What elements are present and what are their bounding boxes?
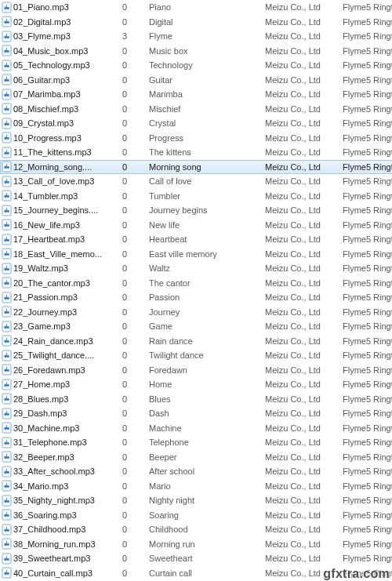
filename-cell[interactable]: 17_Heartbeat.mp3 xyxy=(0,232,119,247)
rating-cell[interactable]: 0 xyxy=(119,479,149,494)
artist-cell[interactable]: Meizu Co., Ltd xyxy=(265,73,343,88)
artist-cell[interactable]: Meizu Co., Ltd xyxy=(265,145,343,160)
artist-cell[interactable]: Meizu Co., Ltd xyxy=(265,0,343,15)
table-row[interactable]: 05_Technology.mp30TechnologyMeizu Co., L… xyxy=(0,58,392,73)
album-cell[interactable]: Flyme5 Ringtones xyxy=(343,15,392,30)
title-cell[interactable]: Foredawn xyxy=(149,363,265,378)
rating-cell[interactable]: 0 xyxy=(119,392,149,407)
rating-cell[interactable]: 0 xyxy=(119,334,149,349)
title-cell[interactable]: After school xyxy=(149,464,265,479)
table-row[interactable]: 39_Sweetheart.mp30SweetheartMeizu Co., L… xyxy=(0,551,392,566)
table-row[interactable]: 23_Game.mp30GameMeizu Co., LtdFlyme5 Rin… xyxy=(0,319,392,334)
artist-cell[interactable]: Meizu Co., Ltd xyxy=(265,566,343,581)
table-row[interactable]: 38_Morning_run.mp30Morning runMeizu Co.,… xyxy=(0,537,392,552)
rating-cell[interactable]: 0 xyxy=(119,508,149,523)
album-cell[interactable]: Flyme5 Ringtones xyxy=(343,218,392,233)
title-cell[interactable]: Mario xyxy=(149,479,265,494)
title-cell[interactable]: Soaring xyxy=(149,508,265,523)
table-row[interactable]: 21_Passion.mp30PassionMeizu Co., LtdFlym… xyxy=(0,290,392,305)
title-cell[interactable]: Mischief xyxy=(149,102,265,117)
table-row[interactable]: 19_Waltz.mp30WaltzMeizu Co., LtdFlyme5 R… xyxy=(0,261,392,276)
filename-cell[interactable]: 14_Tumbler.mp3 xyxy=(0,189,119,204)
rating-cell[interactable]: 0 xyxy=(119,131,149,146)
rating-cell[interactable]: 0 xyxy=(119,464,149,479)
filename-cell[interactable]: 03_Flyme.mp3 xyxy=(0,29,119,44)
file-list-table[interactable]: 01_Piano.mp30PianoMeizu Co., LtdFlyme5 R… xyxy=(0,0,392,580)
table-row[interactable]: 24_Rain_dance.mp30Rain danceMeizu Co., L… xyxy=(0,334,392,349)
artist-cell[interactable]: Meizu Co., Ltd xyxy=(265,363,343,378)
table-row[interactable]: 36_Soaring.mp30SoaringMeizu Co., LtdFlym… xyxy=(0,508,392,523)
rating-cell[interactable]: 0 xyxy=(119,566,149,581)
title-cell[interactable]: Guitar xyxy=(149,73,265,88)
album-cell[interactable]: Flyme5 Ringtones xyxy=(343,406,392,421)
album-cell[interactable]: Flyme5 Ringtones xyxy=(343,305,392,320)
rating-cell[interactable]: 0 xyxy=(119,73,149,88)
album-cell[interactable]: Flyme5 Ringtones xyxy=(343,174,392,189)
rating-cell[interactable]: 0 xyxy=(119,435,149,450)
album-cell[interactable]: Flyme5 Ringtones xyxy=(343,160,392,175)
artist-cell[interactable]: Meizu Co., Ltd xyxy=(265,87,343,102)
artist-cell[interactable]: Meizu Co., Ltd xyxy=(265,464,343,479)
album-cell[interactable]: Flyme5 Ringtones xyxy=(343,145,392,160)
table-row[interactable]: 33_After_school.mp30After schoolMeizu Co… xyxy=(0,464,392,479)
artist-cell[interactable]: Meizu Co., Ltd xyxy=(265,261,343,276)
title-cell[interactable]: Call of love xyxy=(149,174,265,189)
artist-cell[interactable]: Meizu Co., Ltd xyxy=(265,319,343,334)
table-row[interactable]: 09_Crystal.mp30CrystalMeizu Co., LtdFlym… xyxy=(0,116,392,131)
album-cell[interactable]: Flyme5 Ringtones xyxy=(343,508,392,523)
album-cell[interactable]: Flyme5 Ringtones xyxy=(343,377,392,392)
rating-cell[interactable]: 0 xyxy=(119,145,149,160)
title-cell[interactable]: Machine xyxy=(149,421,265,436)
rating-cell[interactable]: 0 xyxy=(119,261,149,276)
album-cell[interactable]: Flyme5 Ringtones xyxy=(343,493,392,508)
artist-cell[interactable]: Meizu Co., Ltd xyxy=(265,102,343,117)
table-row[interactable]: 26_Foredawn.mp30ForedawnMeizu Co., LtdFl… xyxy=(0,363,392,378)
album-cell[interactable]: Flyme5 Ringtones xyxy=(343,73,392,88)
album-cell[interactable]: Flyme5 Ringtones xyxy=(343,479,392,494)
artist-cell[interactable]: Meizu Co., Ltd xyxy=(265,174,343,189)
table-row[interactable]: 15_Journey_begins....0Journey beginsMeiz… xyxy=(0,203,392,218)
album-cell[interactable]: Flyme5 Ringtones xyxy=(343,232,392,247)
artist-cell[interactable]: Meizu Co., Ltd xyxy=(265,421,343,436)
album-cell[interactable]: Flyme5 Ringtones xyxy=(343,189,392,204)
album-cell[interactable]: Flyme5 Ringtones xyxy=(343,450,392,465)
rating-cell[interactable]: 0 xyxy=(119,348,149,363)
title-cell[interactable]: Morning song xyxy=(149,160,265,175)
title-cell[interactable]: Blues xyxy=(149,392,265,407)
rating-cell[interactable]: 0 xyxy=(119,537,149,552)
rating-cell[interactable]: 0 xyxy=(119,421,149,436)
title-cell[interactable]: Piano xyxy=(149,0,265,15)
table-row[interactable]: 16_New_life.mp30New lifeMeizu Co., LtdFl… xyxy=(0,218,392,233)
rating-cell[interactable]: 0 xyxy=(119,102,149,117)
filename-cell[interactable]: 31_Telephone.mp3 xyxy=(0,435,119,450)
title-cell[interactable]: Telephone xyxy=(149,435,265,450)
artist-cell[interactable]: Meizu Co., Ltd xyxy=(265,116,343,131)
artist-cell[interactable]: Meizu Co., Ltd xyxy=(265,334,343,349)
filename-cell[interactable]: 07_Marimba.mp3 xyxy=(0,87,119,102)
title-cell[interactable]: Curtain call xyxy=(149,566,265,581)
artist-cell[interactable]: Meizu Co., Ltd xyxy=(265,551,343,566)
title-cell[interactable]: Game xyxy=(149,319,265,334)
rating-cell[interactable]: 3 xyxy=(119,29,149,44)
album-cell[interactable]: Flyme5 Ringtones xyxy=(343,102,392,117)
album-cell[interactable]: Flyme5 Ringtones xyxy=(343,522,392,537)
table-row[interactable]: 25_Twilight_dance....0Twilight danceMeiz… xyxy=(0,348,392,363)
artist-cell[interactable]: Meizu Co., Ltd xyxy=(265,247,343,262)
artist-cell[interactable]: Meizu Co., Ltd xyxy=(265,508,343,523)
rating-cell[interactable]: 0 xyxy=(119,450,149,465)
table-row[interactable]: 27_Home.mp30HomeMeizu Co., LtdFlyme5 Rin… xyxy=(0,377,392,392)
album-cell[interactable]: Flyme5 Ringtones xyxy=(343,261,392,276)
album-cell[interactable]: Flyme5 Ringtones xyxy=(343,290,392,305)
rating-cell[interactable]: 0 xyxy=(119,203,149,218)
filename-cell[interactable]: 18_East_Ville_memo... xyxy=(0,247,119,262)
title-cell[interactable]: Music box xyxy=(149,44,265,59)
rating-cell[interactable]: 0 xyxy=(119,551,149,566)
table-row[interactable]: 13_Call_of_love.mp30Call of loveMeizu Co… xyxy=(0,174,392,189)
artist-cell[interactable]: Meizu Co., Ltd xyxy=(265,522,343,537)
rating-cell[interactable]: 0 xyxy=(119,189,149,204)
filename-cell[interactable]: 20_The_cantor.mp3 xyxy=(0,276,119,291)
table-row[interactable]: 18_East_Ville_memo...0East ville memoryM… xyxy=(0,247,392,262)
artist-cell[interactable]: Meizu Co., Ltd xyxy=(265,203,343,218)
filename-cell[interactable]: 38_Morning_run.mp3 xyxy=(0,537,119,552)
artist-cell[interactable]: Meizu Co., Ltd xyxy=(265,189,343,204)
